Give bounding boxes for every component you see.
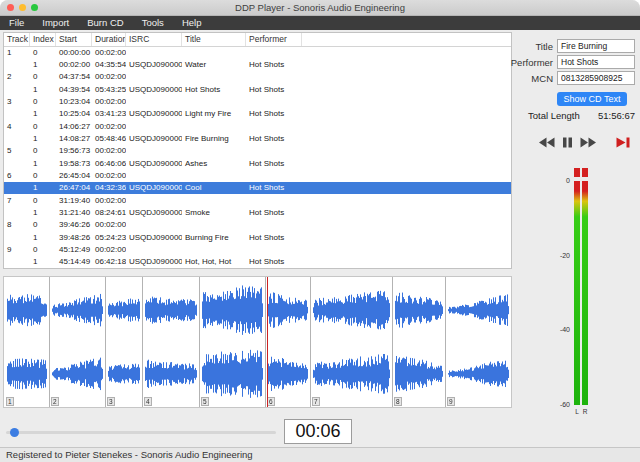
table-row[interactable]: 9045:12:4900:02:00 xyxy=(4,243,511,255)
cell-isrc: USQDJ0900002 xyxy=(126,85,182,94)
table-row[interactable]: 114:08:2705:48:46USQDJ0900004Fire Burnin… xyxy=(4,132,511,144)
transport-controls xyxy=(538,136,637,148)
cell-index: 0 xyxy=(30,220,56,229)
zoom-window-button[interactable] xyxy=(31,4,38,11)
skip-to-end-icon xyxy=(616,137,630,148)
column-header-duration[interactable]: Duration xyxy=(92,33,126,46)
column-header-index[interactable]: Index xyxy=(30,33,56,46)
cell-start: 39:46:26 xyxy=(56,220,92,229)
table-row[interactable]: 5019:56:7300:02:00 xyxy=(4,145,511,157)
table-row[interactable]: 1000:00:0000:02:00 xyxy=(4,46,511,58)
table-row[interactable]: 4014:06:2700:02:00 xyxy=(4,120,511,132)
cell-index: 1 xyxy=(30,233,56,242)
cell-performer: Hot Shots xyxy=(246,109,302,118)
cell-start: 26:45:04 xyxy=(56,171,92,180)
cell-index: 1 xyxy=(30,208,56,217)
cell-start: 39:48:26 xyxy=(56,233,92,242)
cell-performer: Hot Shots xyxy=(246,257,302,266)
cell-duration: 04:32:36 xyxy=(92,183,126,192)
title-field-label: Title xyxy=(503,41,553,52)
table-row[interactable]: 131:21:4008:24:61USQDJ0900007SmokeHot Sh… xyxy=(4,206,511,218)
cell-title: Cool xyxy=(182,183,246,192)
cell-track: 6 xyxy=(4,171,30,180)
cell-duration: 05:24:23 xyxy=(92,233,126,242)
table-row[interactable]: 100:02:0004:35:54USQDJ0900001WaterHot Sh… xyxy=(4,58,511,70)
track-table: Track Index Start Duration ISRC Title Pe… xyxy=(3,32,512,269)
menu-item-burn-cd[interactable]: Burn CD xyxy=(78,16,132,30)
performer-field-label: Performer xyxy=(503,57,553,68)
menu-item-help[interactable]: Help xyxy=(173,16,211,30)
table-row[interactable]: 6026:45:0400:02:00 xyxy=(4,169,511,181)
cell-start: 00:00:00 xyxy=(56,48,92,57)
cell-title: Burning Fire xyxy=(182,233,246,242)
track-boundary-divider xyxy=(392,277,393,407)
meter-scale-40: -40 xyxy=(548,326,570,333)
total-length-row: Total Length 51:56:67 xyxy=(528,110,635,121)
cell-isrc: USQDJ0900004 xyxy=(126,134,182,143)
column-header-performer[interactable]: Performer xyxy=(246,33,302,46)
peak-indicator-right xyxy=(582,168,588,177)
cell-isrc: USQDJ0900003 xyxy=(126,109,182,118)
table-row[interactable]: 3010:23:0400:02:00 xyxy=(4,95,511,107)
menu-item-file[interactable]: File xyxy=(0,16,33,30)
column-header-start[interactable]: Start xyxy=(56,33,92,46)
menu-item-tools[interactable]: Tools xyxy=(133,16,173,30)
track-marker-flag: 5 xyxy=(201,397,209,406)
table-row[interactable]: 119:58:7306:46:06USQDJ0900005AshesHot Sh… xyxy=(4,157,511,169)
track-boundary-divider xyxy=(265,277,266,407)
cell-duration: 06:42:18 xyxy=(92,257,126,266)
cell-isrc: USQDJ0900009 xyxy=(126,257,182,266)
fast-forward-button[interactable] xyxy=(580,136,597,148)
show-cd-text-button[interactable]: Show CD Text xyxy=(557,92,627,106)
rewind-button[interactable] xyxy=(538,136,555,148)
cell-track: 5 xyxy=(4,146,30,155)
cell-title: Fire Burning xyxy=(182,134,246,143)
cell-duration: 00:02:00 xyxy=(92,196,126,205)
cell-duration: 00:02:00 xyxy=(92,48,126,57)
table-row[interactable]: 2004:37:5400:02:00 xyxy=(4,71,511,83)
table-row[interactable]: 104:39:5405:43:25USQDJ0900002Hot ShotsHo… xyxy=(4,83,511,95)
cell-start: 14:06:27 xyxy=(56,122,92,131)
cell-track: 8 xyxy=(4,220,30,229)
table-row[interactable]: 7031:19:4000:02:00 xyxy=(4,194,511,206)
table-row[interactable]: 8039:46:2600:02:00 xyxy=(4,219,511,231)
cell-index: 1 xyxy=(30,134,56,143)
pause-button[interactable] xyxy=(562,136,573,148)
performer-field[interactable] xyxy=(557,55,635,69)
cell-start: 14:08:27 xyxy=(56,134,92,143)
meter-channel-right-label: R xyxy=(582,408,588,415)
cell-index: 0 xyxy=(30,48,56,57)
column-header-filler xyxy=(302,33,511,46)
menu-bar: File Import Burn CD Tools Help xyxy=(0,16,640,30)
title-field[interactable] xyxy=(557,39,635,53)
waveform-view[interactable]: 123456789 xyxy=(3,276,512,408)
cell-performer: Hot Shots xyxy=(246,85,302,94)
cell-start: 04:37:54 xyxy=(56,72,92,81)
table-row[interactable]: 110:25:0403:41:23USQDJ0900003Light my Fi… xyxy=(4,108,511,120)
column-header-track[interactable]: Track xyxy=(4,33,30,46)
title-bar[interactable]: DDP Player - Sonoris Audio Engineering xyxy=(0,0,640,16)
cell-track: 3 xyxy=(4,97,30,106)
mcn-field[interactable] xyxy=(557,71,635,85)
table-row[interactable]: 145:14:4906:42:18USQDJ0900009Hot, Hot, H… xyxy=(4,256,511,268)
cell-performer: Hot Shots xyxy=(246,208,302,217)
waveform-scrollbar[interactable] xyxy=(6,431,276,434)
waveform-canvas[interactable] xyxy=(4,277,511,407)
column-header-isrc[interactable]: ISRC xyxy=(126,33,182,46)
table-row[interactable]: 126:47:0404:32:36USQDJ0900006CoolHot Sho… xyxy=(4,182,511,194)
cell-start: 00:02:00 xyxy=(56,60,92,69)
cell-performer: Hot Shots xyxy=(246,134,302,143)
cell-duration: 00:02:00 xyxy=(92,171,126,180)
cell-duration: 00:02:00 xyxy=(92,97,126,106)
table-row[interactable]: 139:48:2605:24:23USQDJ0900008Burning Fir… xyxy=(4,231,511,243)
minimize-window-button[interactable] xyxy=(19,4,26,11)
cell-index: 1 xyxy=(30,159,56,168)
skip-to-end-button[interactable] xyxy=(616,136,630,148)
close-window-button[interactable] xyxy=(7,4,14,11)
cell-index: 1 xyxy=(30,183,56,192)
cell-start: 26:47:04 xyxy=(56,183,92,192)
scrollbar-thumb[interactable] xyxy=(10,428,19,437)
column-header-title[interactable]: Title xyxy=(182,33,246,46)
menu-item-import[interactable]: Import xyxy=(33,16,78,30)
playhead[interactable] xyxy=(267,277,268,407)
